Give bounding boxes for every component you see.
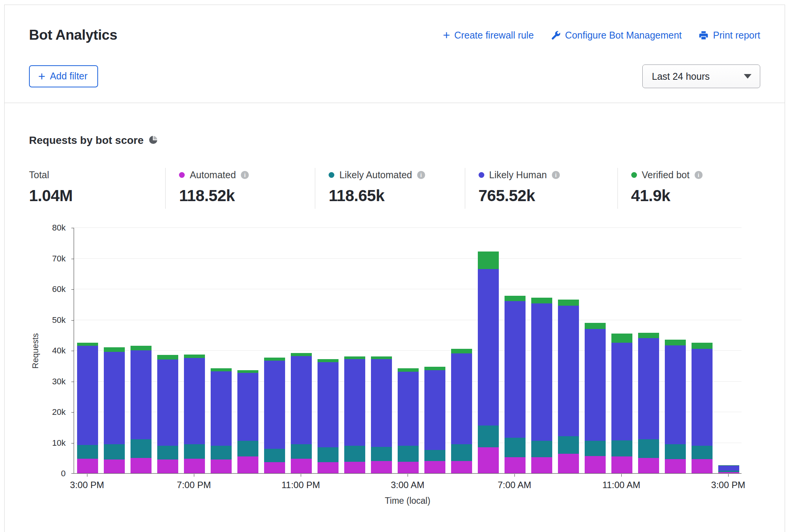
- printer-icon: [698, 30, 709, 40]
- y-tick-label: 60k: [29, 284, 66, 294]
- bar-segment-likely-automated: [611, 440, 632, 456]
- stacked-bar: [237, 370, 258, 473]
- chevron-down-icon: [744, 74, 751, 79]
- stacked-bar: [505, 296, 526, 473]
- bar-segment-verified-bot: [371, 356, 392, 359]
- bar-segment-likely-automated: [692, 446, 713, 459]
- bar-segment-likely-human: [344, 359, 365, 446]
- bar-segment-verified-bot: [184, 355, 205, 358]
- y-tick-mark: [71, 443, 74, 443]
- bar-segment-automated: [585, 456, 606, 473]
- likely-automated-dot-icon: [329, 172, 334, 178]
- gridline: [74, 320, 742, 320]
- x-axis-title: Time (local): [74, 496, 742, 506]
- header-actions: + Create firewall rule Configure Bot Man…: [443, 30, 760, 41]
- bar-segment-likely-human: [558, 306, 579, 436]
- bar-segment-likely-human: [424, 370, 445, 450]
- y-tick-mark: [71, 412, 74, 413]
- content: Requests by bot score Total 1.04M Automa…: [5, 134, 785, 506]
- print-report-link[interactable]: Print report: [698, 30, 760, 41]
- info-icon[interactable]: i: [417, 171, 425, 179]
- x-tick-label: 11:00 AM: [591, 480, 652, 490]
- info-icon[interactable]: i: [552, 171, 560, 179]
- bar-segment-likely-human: [611, 343, 632, 440]
- bar-segment-automated: [478, 447, 499, 473]
- bar-segment-likely-automated: [184, 444, 205, 459]
- plus-icon: +: [443, 30, 450, 40]
- bar-segment-verified-bot: [77, 343, 98, 346]
- bar-segment-likely-automated: [424, 450, 445, 461]
- bar-segment-automated: [665, 459, 686, 473]
- bar-segment-verified-bot: [157, 355, 178, 360]
- bar-segment-automated: [77, 459, 98, 473]
- bar-segment-likely-human: [157, 360, 178, 445]
- bar-segment-likely-automated: [157, 446, 178, 459]
- likely-human-dot-icon: [479, 172, 484, 178]
- bar-segment-likely-human: [318, 362, 339, 447]
- configure-bot-management-link[interactable]: Configure Bot Management: [551, 30, 682, 41]
- stacked-bar: [531, 298, 552, 473]
- bar-segment-likely-automated: [665, 444, 686, 459]
- bar-segment-verified-bot: [318, 359, 339, 362]
- bar-segment-likely-automated: [77, 445, 98, 459]
- stat-likely-automated: Likely Automated i 118.65k: [315, 168, 464, 209]
- stat-automated: Automated i 118.52k: [165, 168, 315, 209]
- bar-segment-verified-bot: [264, 358, 285, 361]
- bar-segment-likely-automated: [585, 441, 606, 456]
- bar-segment-verified-bot: [692, 343, 713, 349]
- time-range-value: Last 24 hours: [652, 71, 710, 82]
- stats-row: Total 1.04M Automated i 118.52k Likely A…: [29, 168, 760, 209]
- stat-likely-human-value: 765.52k: [479, 187, 617, 205]
- stat-verified-bot-value: 41.9k: [631, 187, 760, 205]
- stat-automated-value: 118.52k: [179, 187, 315, 205]
- y-tick-label: 30k: [29, 377, 66, 387]
- bar-segment-verified-bot: [344, 356, 365, 359]
- bar-segment-likely-human: [371, 359, 392, 447]
- bar-segment-automated: [558, 454, 579, 473]
- bar-segment-likely-human: [451, 353, 472, 444]
- stat-likely-human-label: Likely Human: [489, 169, 547, 181]
- y-tick-mark: [71, 473, 74, 474]
- create-firewall-rule-link[interactable]: + Create firewall rule: [443, 30, 534, 41]
- plus-icon: +: [38, 71, 45, 81]
- x-tick-mark: [194, 474, 194, 477]
- bar-segment-likely-automated: [398, 446, 419, 462]
- y-tick-label: 40k: [29, 346, 66, 356]
- bar-segment-verified-bot: [424, 367, 445, 371]
- bar-segment-likely-automated: [318, 447, 339, 462]
- bar-segment-verified-bot: [638, 333, 659, 338]
- time-range-select[interactable]: Last 24 hours: [642, 64, 760, 88]
- bar-segment-automated: [237, 456, 258, 473]
- info-icon[interactable]: i: [241, 171, 249, 179]
- y-tick-label: 50k: [29, 315, 66, 325]
- x-tick-mark: [408, 474, 408, 477]
- bar-segment-verified-bot: [291, 353, 312, 356]
- bar-segment-verified-bot: [585, 323, 606, 329]
- x-tick-label: 11:00 PM: [270, 480, 331, 490]
- stacked-bar: [424, 367, 445, 473]
- stacked-bar: [665, 340, 686, 473]
- gridline: [74, 258, 742, 259]
- requests-chart: Requests Time (local) 010k20k30k40k50k60…: [29, 228, 760, 506]
- bar-segment-automated: [157, 459, 178, 473]
- bar-segment-likely-human: [478, 269, 499, 426]
- bar-segment-likely-automated: [371, 447, 392, 461]
- bar-segment-verified-bot: [665, 340, 686, 345]
- stacked-bar: [318, 359, 339, 473]
- stacked-bar: [638, 333, 659, 473]
- info-icon[interactable]: i: [695, 171, 703, 179]
- y-tick-mark: [71, 259, 74, 259]
- y-tick-mark: [71, 382, 74, 382]
- configure-bot-management-label: Configure Bot Management: [565, 30, 682, 41]
- stacked-bar: [344, 356, 365, 473]
- bar-segment-automated: [264, 462, 285, 473]
- bar-segment-verified-bot: [478, 251, 499, 269]
- bar-segment-automated: [211, 459, 232, 473]
- bar-segment-automated: [638, 458, 659, 473]
- bot-analytics-card: Bot Analytics + Create firewall rule Con…: [4, 5, 785, 532]
- x-tick-mark: [514, 474, 515, 477]
- bar-segment-verified-bot: [558, 300, 579, 306]
- add-filter-button[interactable]: + Add filter: [29, 65, 98, 87]
- bar-segment-likely-automated: [211, 446, 232, 459]
- bar-segment-verified-bot: [531, 298, 552, 303]
